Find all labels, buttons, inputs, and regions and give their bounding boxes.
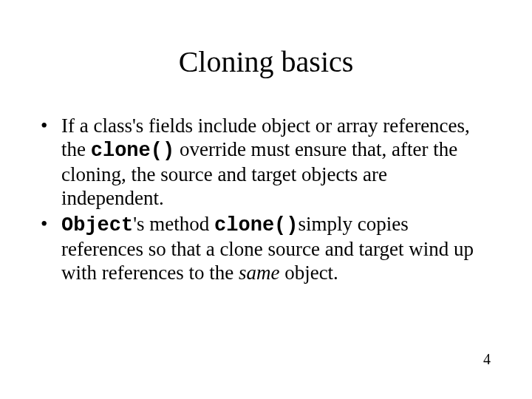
- bullet-text: If a class's fields include object or ar…: [61, 115, 491, 210]
- text-run: object.: [279, 262, 338, 284]
- code-run: clone(): [91, 140, 174, 162]
- bullet-marker-icon: •: [41, 115, 61, 210]
- bullet-item: • If a class's fields include object or …: [41, 115, 491, 210]
- text-run: 's method: [133, 213, 214, 235]
- slide-title: Cloning basics: [0, 44, 532, 79]
- bullet-marker-icon: •: [41, 213, 61, 285]
- bullet-item: • Object's method clone()simply copies r…: [41, 213, 491, 285]
- slide: Cloning basics • If a class's fields inc…: [0, 0, 532, 399]
- page-number: 4: [483, 351, 491, 368]
- code-run: Object: [61, 214, 133, 236]
- slide-body: • If a class's fields include object or …: [41, 115, 491, 288]
- italic-run: same: [239, 262, 280, 284]
- code-run: clone(): [214, 214, 298, 236]
- bullet-text: Object's method clone()simply copies ref…: [61, 213, 491, 285]
